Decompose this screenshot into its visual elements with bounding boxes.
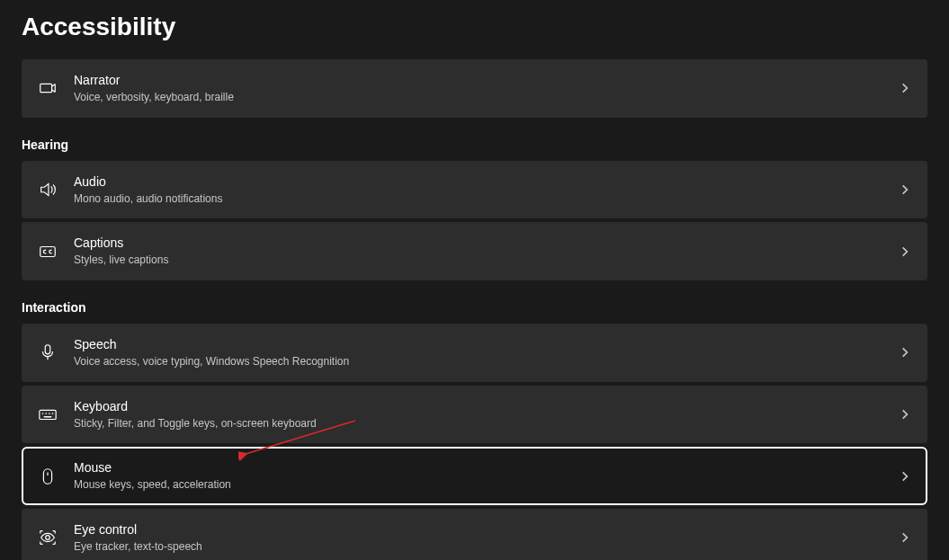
row-text: Narrator Voice, verbosity, keyboard, bra… [74,72,899,105]
page-title: Accessibility [22,13,927,41]
row-speech[interactable]: Speech Voice access, voice typing, Windo… [22,324,927,382]
chevron-right-icon [899,346,911,359]
chevron-right-icon [899,408,911,421]
row-title: Narrator [74,72,899,89]
svg-point-12 [46,536,50,540]
svg-rect-2 [45,345,50,354]
chevron-right-icon [899,470,911,483]
svg-rect-4 [40,411,56,420]
row-keyboard[interactable]: Keyboard Sticky, Filter, and Toggle keys… [22,386,927,444]
row-narrator[interactable]: Narrator Voice, verbosity, keyboard, bra… [22,59,927,118]
row-audio[interactable]: Audio Mono audio, audio notifications [22,161,927,219]
row-desc: Mouse keys, speed, acceleration [74,477,899,493]
row-title: Captions [74,235,899,252]
section-header-hearing: Hearing [22,138,927,152]
row-desc: Styles, live captions [74,253,899,268]
row-captions[interactable]: Captions Styles, live captions [22,222,927,280]
row-desc: Sticky, Filter, and Toggle keys, on-scre… [74,416,899,431]
row-text: Keyboard Sticky, Filter, and Toggle keys… [74,398,899,431]
chevron-right-icon [899,82,911,94]
row-text: Mouse Mouse keys, speed, acceleration [74,459,899,493]
mouse-icon [38,467,58,486]
row-title: Speech [74,336,899,353]
chevron-right-icon [899,183,911,196]
section-header-interaction: Interaction [22,300,927,315]
svg-rect-0 [40,84,52,93]
row-title: Mouse [74,459,899,476]
audio-icon [38,180,58,200]
row-text: Eye control Eye tracker, text-to-speech [74,521,899,555]
row-desc: Mono audio, audio notifications [74,191,899,207]
row-eye-control[interactable]: Eye control Eye tracker, text-to-speech [22,509,927,560]
row-desc: Voice, verbosity, keyboard, braille [74,90,899,105]
row-title: Keyboard [74,398,899,415]
narrator-icon [38,78,58,98]
eye-control-icon [38,528,58,547]
keyboard-icon [38,404,58,424]
row-desc: Voice access, voice typing, Windows Spee… [74,354,899,369]
svg-rect-1 [40,246,56,256]
chevron-right-icon [899,245,911,258]
row-title: Audio [74,173,899,191]
captions-icon [38,242,58,262]
row-text: Audio Mono audio, audio notifications [74,173,899,207]
row-text: Speech Voice access, voice typing, Windo… [74,336,899,369]
row-mouse[interactable]: Mouse Mouse keys, speed, acceleration [22,447,927,505]
row-text: Captions Styles, live captions [74,235,899,268]
row-title: Eye control [74,521,899,538]
row-desc: Eye tracker, text-to-speech [74,539,899,555]
chevron-right-icon [899,531,911,544]
svg-rect-10 [43,469,51,484]
microphone-icon [38,342,58,362]
